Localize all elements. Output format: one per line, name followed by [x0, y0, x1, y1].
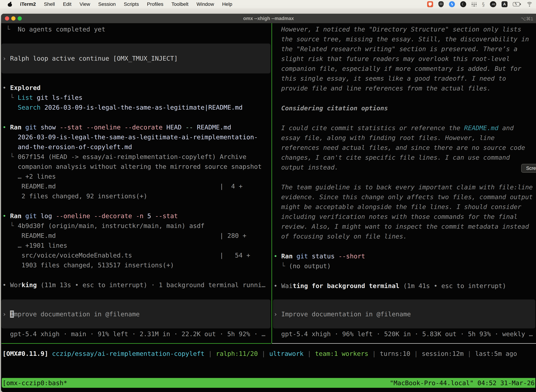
- pane-divider[interactable]: [272, 23, 272, 344]
- tmux-status-bar[interactable]: [omx-cczip0:bash* "MacBook-Pro-44.local"…: [2, 378, 535, 388]
- menu-item-edit[interactable]: Edit: [63, 1, 72, 7]
- menu-item-view[interactable]: View: [80, 1, 90, 7]
- wifi-icon[interactable]: [526, 2, 533, 7]
- thinking-paragraph-line: The team guideline is to back every impo…: [281, 182, 533, 192]
- thinking-paragraph-line: changes, I can't cite specific file line…: [281, 153, 510, 163]
- agents-status-line: └ No agents completed yet: [2, 24, 105, 34]
- thinking-paragraph-line: output instead.: [281, 163, 338, 172]
- menu-item-session[interactable]: Session: [98, 1, 116, 7]
- screen-share-chip-label: Scre: [526, 166, 536, 171]
- menu-item-app[interactable]: iTerm2: [20, 1, 36, 7]
- thinking-paragraph-line: companion file, especially if more comme…: [281, 64, 521, 74]
- menu-item-help[interactable]: Help: [222, 1, 232, 7]
- right-model-status-line: gpt-5.4 xhigh · 96% left · 520K in · 5.8…: [281, 329, 533, 339]
- thinking-paragraph-line: essay file, along with finding root file…: [281, 133, 495, 143]
- moon-icon[interactable]: ☾: [460, 1, 466, 7]
- thinking-paragraph-line: slight risk that future readers may over…: [281, 54, 510, 64]
- git-log-output-line: src/voice/voiceModeEnabled.ts | 54 +: [2, 250, 250, 260]
- git-log-output-line: README.md | 280 +: [2, 231, 246, 241]
- left-working-status[interactable]: • Working (11m 13s • esc to interrupt) ·…: [2, 280, 266, 290]
- git-show-output-line[interactable]: … +2 lines: [2, 172, 56, 182]
- shield-keypad-icon[interactable]: [438, 1, 444, 7]
- git-show-output-line: └ 067f154 (HEAD -> essay/ai-reimplementa…: [2, 152, 246, 162]
- thinking-paragraph-line: I could cite commit statistics or refere…: [281, 123, 514, 133]
- explored-list-line: └ List git ls-files: [2, 93, 82, 103]
- git-show-output-line: and-the-erosion-of-copyleft.md: [2, 142, 132, 152]
- badge-61-icon[interactable]: ..61: [490, 1, 496, 7]
- menu-item-shell[interactable]: Shell: [44, 1, 55, 7]
- explored-search-line: Search 2026-03-09-is-legal-the-same-as-l…: [2, 103, 243, 112]
- left-injected-prompt[interactable]: › Ralph loop active continue [OMX_TMUX_I…: [2, 54, 178, 63]
- menu-item-toolbelt[interactable]: Toolbelt: [172, 1, 188, 7]
- left-model-status-line: gpt-5.4 xhigh · main · 91% left · 2.31M …: [10, 329, 265, 339]
- thinking-paragraph-line: evidence. Since this change only affects…: [281, 192, 533, 202]
- thinking-paragraph-line: provide file and line references from th…: [281, 84, 491, 93]
- menu-item-scripts[interactable]: Scripts: [124, 1, 139, 7]
- menu-item-window[interactable]: Window: [196, 1, 214, 7]
- menu-item-profiles[interactable]: Profiles: [147, 1, 163, 7]
- dots-grid-icon[interactable]: [471, 2, 477, 7]
- git-show-output-line: 2026-03-09-is-legal-the-same-as-legitima…: [2, 132, 258, 142]
- ran-git-status-command: • Ran git status --short: [274, 251, 365, 261]
- window-shortcut: ⌥⌘1: [521, 16, 533, 22]
- thinking-heading: Considering citation options: [281, 103, 388, 113]
- right-input-text[interactable]: › Improve documentation in @filename: [274, 309, 411, 319]
- right-waiting-status[interactable]: • Waiting for background terminal (1m 41…: [274, 281, 506, 291]
- thinking-paragraph-line: However, I noticed the "Directory Struct…: [281, 24, 521, 34]
- thinking-paragraph-line: of focusing solely on file lines.: [281, 232, 407, 241]
- screen: { "menu_bar": { "items": ["iTerm2", "She…: [0, 0, 536, 392]
- tmux-session-label[interactable]: [omx-cczip0:bash*: [2, 379, 67, 387]
- bolt-badge-icon[interactable]: ϟ: [449, 1, 455, 7]
- ran-git-show-command: • Ran git show --stat --oneline --decora…: [2, 122, 231, 132]
- thinking-paragraph-line: this single essay, it seems like a good …: [281, 74, 506, 84]
- apple-menu-icon[interactable]: [8, 2, 12, 7]
- right-pane-border: [272, 343, 536, 344]
- squiggle-icon[interactable]: §: [482, 1, 485, 7]
- omx-session-bar: [OMX#0.11.9] cczip/essay/ai-reimplementa…: [2, 349, 517, 359]
- thinking-paragraph-line: review. Also, I might want to inspect th…: [281, 222, 529, 232]
- thinking-paragraph-line: the source tree, missing the essay. Stil…: [281, 34, 529, 44]
- letter-a-icon[interactable]: A: [502, 1, 507, 7]
- thinking-paragraph-line: might be acceptable alongside the file l…: [281, 202, 521, 212]
- git-show-output-line: companion analysis without altering the …: [2, 162, 262, 172]
- ran-git-log-command: • Ran git log --oneline --decorate -n 5 …: [2, 211, 178, 221]
- menu-bar: iTerm2 Shell Edit View Session Scripts P…: [0, 0, 536, 9]
- git-log-output-line: 1903 files changed, 513517 insertions(+): [2, 260, 174, 270]
- chat-app-icon[interactable]: [427, 1, 433, 7]
- screen-share-chip[interactable]: Scre: [521, 164, 536, 173]
- thinking-paragraph-line: references need actual files, and since …: [281, 143, 525, 153]
- thinking-paragraph-line: the "Related research writing" section i…: [281, 44, 517, 54]
- battery-icon[interactable]: ϟ: [513, 2, 521, 6]
- git-log-output-line: └ 4b9d30f (origin/main, instructkr/main,…: [2, 221, 205, 231]
- tmux-host-clock: "MacBook-Pro-44.local" 04:52 31-Mar-26: [390, 379, 535, 387]
- window-title: omx --xhigh --madmax: [1, 16, 536, 21]
- git-status-output-line: └ (no output): [274, 261, 331, 271]
- thinking-paragraph-line: including verification notes with those …: [281, 212, 517, 222]
- left-pane-border: [1, 343, 271, 344]
- git-show-output-line: 2 files changed, 92 insertions(+): [2, 191, 147, 201]
- git-show-output-line: README.md | 4 +: [2, 182, 243, 191]
- explored-header: • Explored: [2, 83, 41, 93]
- git-log-output-line[interactable]: … +1901 lines: [2, 241, 67, 250]
- left-input-text[interactable]: › Improve documentation in @filename: [2, 309, 140, 319]
